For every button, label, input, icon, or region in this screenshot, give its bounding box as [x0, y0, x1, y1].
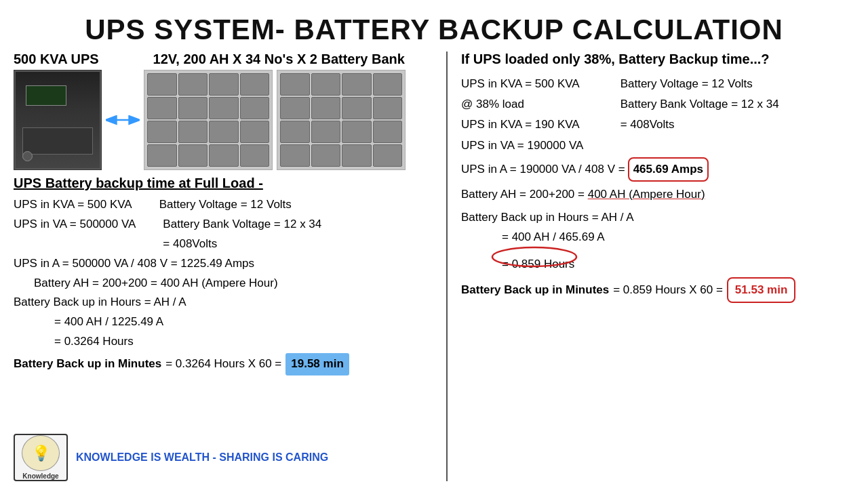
battery-bank-image-1	[144, 70, 273, 170]
battery-label: 12V, 200 AH X 34 No's X 2 Battery Bank	[153, 52, 405, 67]
footer: 💡 Knowledge KNOWLEDGE IS WEALTH - SHARIN…	[14, 430, 439, 481]
page-title: UPS SYSTEM- BATTERY BACKUP CALCULATION	[14, 7, 854, 52]
left-va-line: UPS in VA = 500000 VA	[14, 215, 136, 235]
scenario-title: If UPS loaded only 38%, Battery Backup t…	[461, 52, 854, 67]
ups-label: 500 KVA UPS	[14, 52, 99, 67]
left-backup-minutes-result: 19.58 min	[285, 353, 349, 375]
right-backup-hours-label: Battery Back up in Hours = AH / A	[461, 207, 854, 228]
images-row	[14, 70, 439, 170]
left-backup-minutes-calc: = 0.3264 Hours X 60 =	[165, 354, 281, 374]
battery-bank-image-2	[277, 70, 406, 170]
right-calculations: UPS in KVA = 500 KVA @ 38% load UPS in K…	[461, 74, 854, 303]
left-backup-calc2: = 0.3264 Hours	[54, 332, 439, 352]
right-backup-minutes-result: 51.53 min	[727, 277, 796, 303]
left-kva-line: UPS in KVA = 500 KVA	[14, 195, 132, 215]
full-load-title: UPS Battery backup time at Full Load -	[14, 176, 439, 191]
left-battery-bank-voltage2: = 408Volts	[163, 235, 217, 254]
right-amps-result: 465.69 Amps	[628, 157, 709, 182]
left-battery-voltage: Battery Voltage = 12 Volts	[159, 195, 292, 215]
right-ups-kva-38: UPS in KVA = 190 KVA	[461, 115, 580, 135]
right-battery-ah: Battery AH = 200+200 = 400 AH (Ampere Ho…	[461, 188, 705, 201]
tagline: KNOWLEDGE IS WEALTH - SHARING IS CARING	[76, 451, 328, 464]
right-amps-line: UPS in A = 190000 VA / 408 V =	[461, 159, 625, 180]
right-battery-voltage: Battery Voltage = 12 Volts	[620, 74, 779, 94]
left-calculations: UPS in KVA = 500 KVA Battery Voltage = 1…	[14, 195, 439, 375]
left-backup-hours-label: Battery Back up in Hours = AH / A	[14, 293, 439, 312]
right-ups-va: UPS in VA = 190000 VA	[461, 136, 854, 156]
right-backup-minutes-label: Battery Back up in Minutes	[461, 280, 609, 300]
right-battery-bank-voltage: Battery Bank Voltage = 12 x 34	[620, 94, 779, 115]
left-backup-minutes-label: Battery Back up in Minutes	[14, 354, 161, 374]
left-backup-calc1: = 400 AH / 1225.49 A	[54, 312, 439, 332]
right-load-38: @ 38% load	[461, 94, 580, 115]
left-battery-ah: Battery AH = 200+200 = 400 AH (Ampere Ho…	[34, 274, 439, 293]
right-backup-calc1: = 400 AH / 465.69 A	[502, 227, 854, 247]
left-amps-line: UPS in A = 500000 VA / 408 V = 1225.49 A…	[14, 254, 439, 274]
right-battery-bank-voltage2: = 408Volts	[620, 115, 779, 135]
right-backup-minutes-calc: = 0.859 Hours X 60 =	[613, 280, 723, 300]
right-ups-kva: UPS in KVA = 500 KVA	[461, 74, 580, 94]
logo-box: 💡 Knowledge	[14, 434, 68, 481]
right-backup-calc2-prefix: = 0.859 Hours	[502, 254, 574, 274]
left-battery-bank-voltage: Battery Bank Voltage = 12 x 34	[163, 215, 321, 235]
logo-text: Knowledge	[22, 472, 58, 480]
arrow-icon	[106, 110, 140, 130]
ups-image	[14, 70, 102, 170]
